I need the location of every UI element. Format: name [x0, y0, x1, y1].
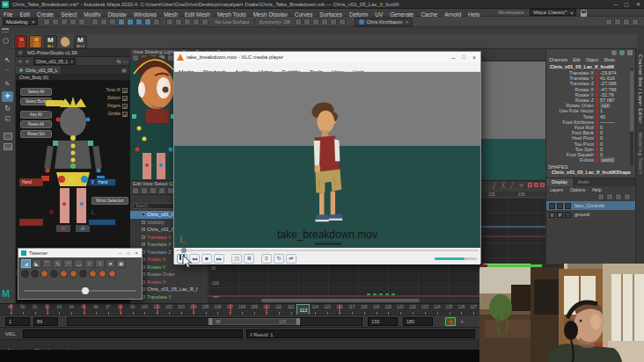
- panel-toggle-icon[interactable]: [632, 18, 639, 25]
- channel-box-scrollbar[interactable]: [630, 69, 633, 165]
- random-button[interactable]: ⇄: [286, 254, 296, 264]
- tweener-preset-1[interactable]: [31, 270, 39, 278]
- tweener-preset-9[interactable]: [108, 270, 116, 278]
- extended-settings-button[interactable]: ≣: [244, 254, 254, 264]
- scale-tool-icon[interactable]: ◱: [0, 115, 15, 122]
- tangent-icon[interactable]: ╱: [493, 182, 496, 188]
- auto-key-button[interactable]: [445, 317, 456, 326]
- paint-select-tool-icon[interactable]: ✎: [0, 81, 15, 88]
- tweener-mode-2[interactable]: ⌒: [42, 259, 52, 268]
- channel-value[interactable]: -32.79: [600, 92, 626, 98]
- checkbox-row-fingers[interactable]: Fingers✓: [107, 103, 128, 109]
- channel-value[interactable]: world: [600, 157, 626, 163]
- checkbox-row-deform[interactable]: Deform✓: [107, 95, 128, 101]
- channel-value[interactable]: 0: [600, 130, 626, 135]
- tweener-mode-0[interactable]: ◢: [21, 259, 31, 268]
- channel-value[interactable]: -47.796: [600, 87, 626, 92]
- select-mask-icon[interactable]: [118, 18, 125, 25]
- reset-sel-button[interactable]: Reset Sel: [20, 130, 52, 138]
- playlist-button[interactable]: ≡: [261, 254, 272, 264]
- channel-value[interactable]: 0: [600, 135, 626, 141]
- render-icon[interactable]: [304, 18, 311, 25]
- channel-row-rotate-x[interactable]: Rotate X-47.796: [546, 87, 626, 92]
- range-bar[interactable]: 89 133: [67, 317, 362, 326]
- checkbox[interactable]: ✓: [122, 104, 128, 109]
- picker-more-icon[interactable]: ⋯: [122, 58, 128, 64]
- render-icon[interactable]: [330, 18, 337, 25]
- tweener-mode-9[interactable]: ◉: [116, 259, 126, 268]
- maximize-icon[interactable]: ▢: [624, 1, 629, 7]
- channel-row-heel-pivot[interactable]: Heel Pivot0: [546, 135, 626, 141]
- channel-value[interactable]: xyz: [600, 103, 626, 108]
- cb-menu-channels[interactable]: Channels: [546, 57, 570, 62]
- buffer-curve-icon[interactable]: [540, 183, 545, 187]
- live-surface-label[interactable]: No Live Surface: [215, 19, 249, 25]
- channel-object-name[interactable]: Chris_v01_05_Lac_lf_footIK: [546, 63, 635, 70]
- buffer-curve-icon[interactable]: [528, 183, 532, 187]
- channel-value[interactable]: ———: [600, 119, 626, 125]
- user-chip[interactable]: Chris Kirchbaum ▾: [355, 18, 413, 26]
- picker-namespace-icon[interactable]: N: [117, 59, 121, 64]
- picker-tab[interactable]: Chris_v01_05_L: [16, 66, 62, 74]
- shelf-item-character-orange[interactable]: [29, 35, 42, 48]
- arm-right-field[interactable]: [88, 219, 116, 226]
- menu-set-dropdown[interactable]: Modeling▾: [3, 18, 38, 25]
- layer-tab-anim[interactable]: Anim: [573, 178, 595, 186]
- checkbox-row-gimble[interactable]: Gimble✓: [108, 111, 128, 117]
- select-mask-icon[interactable]: [109, 18, 116, 25]
- layer-color-swatch[interactable]: [565, 212, 571, 218]
- pose-icon[interactable]: [619, 50, 625, 55]
- shelf-item-mitt[interactable]: [59, 35, 72, 48]
- tweener-mode-4[interactable]: ◠: [63, 259, 73, 268]
- channel-row-follow[interactable]: Followworld: [546, 157, 626, 163]
- tweener-preset-4[interactable]: [60, 270, 68, 278]
- vlc-titlebar[interactable]: take_breakdown.mov - VLC media player – …: [174, 52, 480, 62]
- cb-menu-object[interactable]: Object: [583, 57, 601, 62]
- shelf-collapse-icon[interactable]: [2, 28, 9, 33]
- layer-tab-display[interactable]: Display: [546, 178, 573, 186]
- buffer-curve-icon[interactable]: [534, 183, 538, 187]
- current-frame-marker[interactable]: 113: [296, 304, 310, 315]
- symmetry-label[interactable]: Symmetry: Off: [260, 19, 290, 25]
- tweener-mode-3[interactable]: ∿: [53, 259, 62, 268]
- mirror-selection-button[interactable]: Mirror Selection: [91, 197, 128, 205]
- layer-op-icon[interactable]: [606, 193, 613, 200]
- tweener-maximize-icon[interactable]: □: [127, 250, 129, 256]
- panel-toggle-icon[interactable]: [614, 18, 621, 25]
- lock-icon[interactable]: [581, 10, 587, 15]
- snap-icon[interactable]: [175, 18, 182, 25]
- tweener-close-icon[interactable]: ×: [135, 250, 138, 256]
- picker-hand-icon[interactable]: [25, 59, 30, 64]
- hand-left-field[interactable]: Hand: [19, 178, 43, 186]
- play-start-field[interactable]: 89: [33, 317, 58, 326]
- graph-tool-icon[interactable]: [150, 187, 157, 194]
- channel-row-rotate-y[interactable]: Rotate Y-32.79: [546, 92, 626, 98]
- tweener-preset-3[interactable]: [50, 270, 58, 278]
- sculpt-icon[interactable]: [611, 50, 617, 55]
- panel-toggle-icon[interactable]: [623, 18, 630, 25]
- file-op-icon[interactable]: [78, 18, 85, 25]
- channel-value[interactable]: -27.096: [600, 81, 626, 86]
- range-handle-right[interactable]: [296, 318, 300, 325]
- checkbox[interactable]: ✓: [122, 112, 128, 117]
- tab-modeling-toolkit[interactable]: Modeling Toolkit: [638, 133, 643, 174]
- checkbox[interactable]: ✓: [122, 88, 128, 93]
- select-mask-icon[interactable]: [135, 18, 143, 25]
- range-handle-left[interactable]: [209, 318, 212, 325]
- snap-icon[interactable]: [193, 18, 200, 25]
- layer-row-face-controls[interactable]: face_Controls: [546, 201, 635, 210]
- checkbox[interactable]: ✓: [122, 96, 128, 101]
- select-all-button[interactable]: Select All: [20, 88, 52, 96]
- channel-row-rotate-z[interactable]: Rotate Z57.087: [546, 98, 626, 103]
- file-op-icon[interactable]: [43, 18, 50, 25]
- vlc-volume-slider[interactable]: [435, 257, 477, 260]
- vlc-minimize-icon[interactable]: –: [451, 54, 455, 61]
- tweener-minimize-icon[interactable]: –: [119, 250, 121, 256]
- channel-value[interactable]: 0: [600, 152, 626, 157]
- select-mask-icon[interactable]: [144, 18, 151, 25]
- channel-row-use-pole-vector[interactable]: Use Pole Vector1: [546, 108, 626, 113]
- channel-row-translate-z[interactable]: Translate Z-27.096: [546, 81, 626, 86]
- render-icon[interactable]: [339, 18, 346, 25]
- channel-value[interactable]: 41.616: [600, 76, 626, 81]
- channel-value[interactable]: 40: [600, 114, 626, 119]
